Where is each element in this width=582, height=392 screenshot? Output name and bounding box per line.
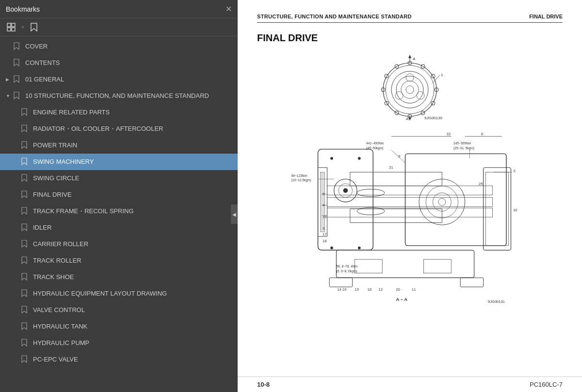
svg-text:21: 21 (389, 165, 393, 170)
bookmark-item-radiator[interactable]: RADIATOR・OIL COOLER・AFTERCOOLER (0, 121, 238, 137)
svg-text:6: 6 (398, 154, 400, 158)
bookmark-label-cover: COVER (25, 43, 234, 51)
bookmark-item-hydraulic-pump[interactable]: HYDRAULIC PUMP (0, 335, 238, 351)
svg-rect-1 (12, 23, 15, 27)
bookmark-label-01-general: 01 GENERAL (25, 76, 234, 84)
bookmark-item-track-frame[interactable]: TRACK FRAME・RECOIL SPRING (0, 203, 238, 220)
large-diagram-container: 22 8 (289, 131, 531, 305)
close-button[interactable]: ✕ (226, 5, 232, 13)
expand-arrow-01-general[interactable]: ▶ (6, 77, 14, 82)
bookmark-label-carrier-roller: CARRIER ROLLER (33, 240, 234, 249)
svg-rect-0 (7, 23, 11, 27)
toolbar: ▾ (0, 18, 238, 36)
bookmark-label-valve-control: VALVE CONTROL (33, 306, 234, 314)
bookmark-item-carrier-roller[interactable]: CARRIER ROLLER (0, 236, 238, 252)
svg-marker-31 (408, 117, 411, 121)
bookmark-icon-contents (14, 59, 22, 68)
page-number: 10-8 (257, 381, 270, 388)
svg-rect-3 (12, 28, 15, 31)
document-header-bar: STRUCTURE, FUNCTION AND MAINTENANCE STAN… (257, 14, 563, 23)
bookmark-icon-hydraulic-layout (21, 289, 30, 298)
svg-point-59 (330, 157, 333, 160)
svg-text:22: 22 (447, 132, 451, 136)
bookmarks-list-container[interactable]: COVERCONTENTS▶01 GENERAL▼10 STRUCTURE, F… (0, 36, 238, 392)
bookmark-icon-track-frame (21, 207, 30, 216)
document-diagrams: A (257, 53, 563, 305)
svg-text:98~123Nm: 98~123Nm (291, 174, 307, 177)
svg-point-8 (386, 65, 434, 114)
svg-text:13: 13 (355, 287, 358, 292)
bookmark-item-cover[interactable]: COVER (0, 38, 238, 55)
svg-text:1: 1 (441, 73, 443, 77)
bookmark-icon-hydraulic-pump (21, 339, 30, 348)
bookmark-label-engine-related: ENGINE RELATED PARTS (33, 109, 234, 117)
svg-text:11: 11 (412, 287, 416, 292)
bookmark-item-track-shoe[interactable]: TRACK SHOE (0, 269, 238, 285)
svg-text:(10~12.5kgm): (10~12.5kgm) (291, 178, 311, 182)
bookmark-label-track-roller: TRACK ROLLER (33, 257, 234, 265)
bookmark-label-hydraulic-tank: HYDRAULIC TANK (33, 323, 234, 331)
bookmark-label-swing-machinery: SWING MACHINERY (33, 158, 234, 166)
bookmark-label-hydraulic-pump: HYDRAULIC PUMP (33, 339, 234, 347)
section-label-left: STRUCTURE, FUNCTION AND MAINTENANCE STAN… (257, 14, 412, 19)
svg-text:8: 8 (481, 132, 483, 136)
small-diagram-svg: A (361, 53, 458, 121)
bookmark-item-01-general[interactable]: ▶01 GENERAL (0, 71, 238, 88)
bookmarks-header: Bookmarks ✕ (0, 0, 238, 18)
svg-text:18: 18 (323, 239, 326, 243)
bookmark-icon-engine-related (21, 108, 30, 117)
bookmark-item-10-structure[interactable]: ▼10 STRUCTURE, FUNCTION, AND MAINTENANCE… (0, 88, 238, 104)
bookmark-label-hydraulic-layout: HYDRAULIC EQUIPMENT LAYOUT DRAWING (33, 290, 234, 298)
collapse-handle[interactable]: ◀ (231, 204, 238, 224)
bookmark-icon-swing-machinery (21, 157, 30, 167)
svg-text:58. 8~78. 4Nm: 58. 8~78. 4Nm (336, 265, 357, 268)
bookmark-icon-valve-control (21, 306, 30, 315)
svg-point-45 (343, 188, 348, 192)
bookmark-icon-pc-epc-valve (21, 355, 30, 364)
bookmark-label-pc-epc-valve: PC-EPC VALVE (33, 356, 234, 364)
bookmark-icon-cover (14, 42, 22, 51)
svg-text:(45~50kgm): (45~50kgm) (366, 146, 384, 150)
bookmark-item-idler[interactable]: IDLER (0, 220, 238, 236)
bookmark-item-power-train[interactable]: POWER TRAIN (0, 137, 238, 154)
bookmark-item-pc-epc-valve[interactable]: PC-EPC VALVE (0, 351, 238, 368)
bookmark-icon-hydraulic-tank (21, 322, 30, 331)
document-title: FINAL DRIVE (257, 32, 563, 44)
grid-view-button[interactable] (5, 22, 17, 32)
bookmark-label-idler: IDLER (33, 224, 234, 232)
bookmark-label-track-shoe: TRACK SHOE (33, 273, 234, 282)
svg-text:16: 16 (368, 287, 372, 292)
bookmark-icon-final-drive (21, 190, 30, 200)
bookmark-icon-button[interactable] (28, 21, 40, 33)
bookmark-item-contents[interactable]: CONTENTS (0, 55, 238, 71)
model-number: PC160LC-7 (530, 381, 563, 388)
bookmark-label-power-train: POWER TRAIN (33, 141, 234, 150)
expand-arrow-10-structure[interactable]: ▼ (6, 94, 14, 98)
bookmark-label-swing-circle: SWING CIRCLE (33, 174, 234, 183)
bookmark-icon-radiator (21, 125, 30, 134)
svg-point-9 (391, 71, 428, 108)
bookmark-icon-idler (21, 223, 30, 233)
small-diagram-container: A (361, 53, 458, 121)
bookmark-item-swing-machinery[interactable]: SWING MACHINERY (0, 154, 238, 170)
bookmark-item-hydraulic-layout[interactable]: HYDRAULIC EQUIPMENT LAYOUT DRAWING (0, 285, 238, 302)
svg-text:245~309Nm: 245~309Nm (453, 141, 471, 145)
svg-text:5: 5 (323, 192, 324, 196)
document-panel: STRUCTURE, FUNCTION AND MAINTENANCE STAN… (238, 0, 582, 392)
bookmark-item-valve-control[interactable]: VALVE CONTROL (0, 302, 238, 318)
bookmark-item-swing-circle[interactable]: SWING CIRCLE (0, 170, 238, 187)
bookmark-item-final-drive[interactable]: FINAL DRIVE (0, 187, 238, 203)
svg-text:10: 10 (513, 208, 517, 212)
bookmark-item-track-roller[interactable]: TRACK ROLLER (0, 252, 238, 269)
large-diagram-svg: 22 8 (289, 131, 531, 305)
bookmark-item-engine-related[interactable]: ENGINE RELATED PARTS (0, 104, 238, 121)
bookmark-icon-track-shoe (21, 273, 30, 282)
svg-point-60 (358, 157, 361, 160)
svg-point-11 (401, 81, 419, 98)
svg-text:A: A (406, 117, 409, 121)
svg-point-61 (330, 247, 333, 250)
bookmark-icon-power-train (21, 141, 30, 150)
svg-text:20: 20 (396, 287, 400, 292)
bookmark-item-hydraulic-tank[interactable]: HYDRAULIC TANK (0, 318, 238, 335)
section-label-right: FINAL DRIVE (529, 14, 563, 19)
